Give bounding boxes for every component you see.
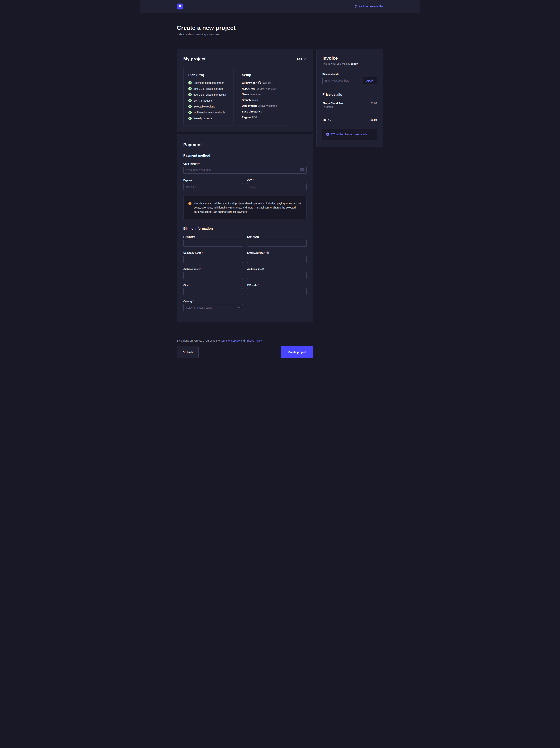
company-name-label: Company name: [183, 252, 201, 254]
redo-arrow-icon: [354, 5, 357, 8]
setup-row-value: strapi/my-project: [257, 87, 276, 90]
plan-feature-label: Multi-environment available: [194, 111, 225, 114]
first-name-input[interactable]: [183, 240, 243, 247]
address-line-1-input[interactable]: [183, 272, 243, 279]
plan-feature: 500 GB of assets bandwidth: [188, 93, 229, 96]
chevron-down-icon: ▼: [238, 307, 240, 309]
company-name-input[interactable]: [183, 256, 243, 263]
setup-row-value: main: [252, 99, 258, 101]
price-line-item: Strapi Cloud Pro This month $8.04: [322, 102, 377, 108]
last-name-input[interactable]: [247, 240, 307, 247]
pencil-icon: [304, 57, 307, 61]
line-item-period: This month: [322, 106, 343, 108]
line-item-name: Strapi Cloud Pro: [322, 102, 343, 105]
card-number-label: Card Number: [183, 162, 198, 165]
my-project-title: My project: [183, 56, 205, 62]
setup-subcard: Setup Git provider GitHub Repository: [237, 68, 287, 125]
apply-discount-button[interactable]: Apply: [363, 77, 377, 84]
plan-feature: Unlimited database entries: [188, 81, 229, 85]
info-icon[interactable]: i: [266, 252, 269, 254]
app-header: Back to projects list: [140, 0, 420, 13]
plan-feature-label: Weekly backups: [194, 117, 212, 120]
zip-code-field: ZIP code*: [247, 284, 307, 295]
setup-row-repository: Repository strapi/my-project: [242, 87, 282, 90]
payment-card: Payment Payment method Card Number*: [177, 134, 313, 322]
setup-row-value: GitHub: [263, 81, 271, 84]
plan-subcard: Plan (Pro) Unlimited database entries 25…: [183, 68, 234, 125]
setup-row-value: my-project: [250, 93, 262, 96]
cvc-field: CVC*: [247, 179, 307, 190]
check-circle-icon: [188, 93, 192, 96]
setup-title: Setup: [242, 73, 282, 77]
setup-rows: Git provider GitHub Repository strapi/my…: [242, 81, 282, 119]
setup-row-label: Deployment: [242, 104, 257, 107]
email-address-label: Email address: [247, 252, 264, 254]
country-select[interactable]: Select or enter a value ▼: [183, 304, 243, 311]
card-usage-notice-text: The chosen card will be used for all pro…: [194, 202, 302, 214]
invoice-card: Invoice This is what you will pay today …: [316, 49, 383, 147]
setup-row-git-provider: Git provider GitHub: [242, 81, 282, 84]
plan-feature-label: 250 GB of assets storage: [194, 87, 223, 90]
page-title: Create a new project: [177, 24, 383, 31]
setup-row-deployment: Deployment At every commit: [242, 104, 282, 107]
setup-row-value: At every commit: [258, 104, 277, 107]
privacy-policy-link[interactable]: Privacy Policy: [246, 339, 262, 342]
city-input[interactable]: [183, 288, 243, 295]
cvc-input[interactable]: [247, 183, 307, 190]
setup-row-label: Region: [242, 116, 250, 119]
address-line-1-field: Address line 1*: [183, 267, 243, 279]
strapi-logo-icon: [178, 4, 182, 9]
edit-button[interactable]: Edit: [297, 57, 307, 61]
expires-input[interactable]: [183, 183, 243, 190]
terms-of-service-link[interactable]: Terms of Service: [220, 339, 240, 342]
footer-actions: Go back Create project: [177, 346, 313, 384]
address-line-2-label: Address line 2: [247, 267, 264, 271]
setup-row-value: /: [261, 110, 262, 113]
discount-code-input[interactable]: [322, 77, 361, 84]
create-project-button[interactable]: Create project: [281, 346, 313, 358]
setup-row-label: Git provider: [242, 81, 257, 84]
card-number-field: Card Number*: [183, 162, 307, 174]
info-icon: i: [326, 133, 329, 136]
check-circle-icon: [188, 99, 192, 102]
city-field: City*: [183, 284, 243, 295]
setup-row-region: Region USA: [242, 116, 282, 119]
country-select-placeholder: Select or enter a value: [186, 306, 212, 309]
plan-feature-label: 500 GB of assets bandwidth: [194, 93, 226, 96]
first-name-label: First name: [183, 235, 196, 238]
setup-row-name: Name my-project: [242, 93, 282, 96]
address-line-2-field: Address line 2: [247, 267, 307, 279]
github-icon: [258, 81, 261, 84]
plan-feature-list: Unlimited database entries 250 GB of ass…: [188, 81, 229, 120]
setup-row-branch: Branch main: [242, 99, 282, 101]
my-project-card: My project Edit Plan (Pro): [177, 49, 313, 132]
zip-code-input[interactable]: [247, 288, 307, 295]
check-circle-icon: [188, 87, 192, 90]
next-month-note: i $75 will be charged next month.: [322, 129, 377, 140]
edit-button-label: Edit: [297, 57, 302, 61]
plan-feature: Selectable regions: [188, 105, 229, 108]
payment-title: Payment: [183, 142, 307, 147]
card-number-input[interactable]: [183, 167, 307, 174]
back-to-projects-link[interactable]: Back to projects list: [354, 5, 383, 8]
price-details-title: Price details: [322, 93, 377, 97]
credit-card-icon: [300, 168, 305, 172]
invoice-title: Invoice: [322, 55, 377, 61]
strapi-logo[interactable]: [177, 3, 183, 9]
setup-row-label: Repository: [242, 87, 255, 90]
line-item-amount: $8.04: [370, 102, 377, 108]
expires-label: Expires: [183, 179, 192, 182]
warning-icon: !: [188, 202, 192, 205]
card-usage-notice: ! The chosen card will be used for all p…: [183, 196, 307, 219]
last-name-field: Last name: [247, 235, 307, 247]
page-subtitle: Lets create something awesome!: [177, 33, 383, 36]
country-field: Country* Select or enter a value ▼: [183, 300, 243, 311]
setup-row-label: Branch: [242, 99, 251, 101]
email-address-input[interactable]: [247, 256, 307, 263]
go-back-button[interactable]: Go back: [177, 346, 198, 358]
check-circle-icon: [188, 117, 192, 120]
address-line-2-input[interactable]: [247, 272, 307, 279]
total-row: TOTAL $8.04: [322, 118, 377, 121]
setup-row-label: Name: [242, 93, 249, 96]
plan-feature-label: 1M API requests: [194, 99, 213, 102]
